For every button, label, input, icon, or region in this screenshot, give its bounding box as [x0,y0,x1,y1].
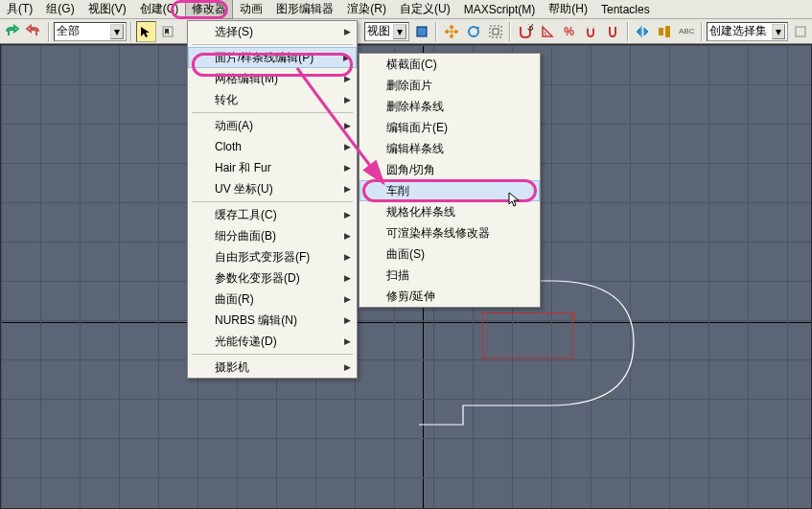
menu-item-animation[interactable]: 动画(A)▶ [188,115,357,136]
menu-item-camera[interactable]: 摄影机▶ [188,357,357,378]
mirror-icon[interactable] [633,21,653,42]
submenu-item-renderable-spline[interactable]: 可渲染样条线修改器 [360,222,540,243]
submenu-arrow-icon: ▶ [344,121,351,130]
submenu-arrow-icon: ▶ [344,27,351,36]
percent-snap-icon[interactable]: % [559,21,579,42]
submenu-item-surface[interactable]: 曲面(S) [360,243,540,265]
rotate-icon[interactable] [463,21,483,42]
submenu-item-cross-section[interactable]: 横截面(C) [360,54,540,75]
menu-item-hairfur[interactable]: Hair 和 Fur▶ [188,157,357,178]
menu-customize[interactable]: 自定义(U) [393,0,457,19]
select-box-icon[interactable] [411,21,431,42]
svg-rect-4 [490,26,501,37]
transform-gizmo: x [482,312,573,359]
submenu-arrow-icon: ▶ [344,210,351,220]
menu-item-uv[interactable]: UV 坐标(U)▶ [188,178,357,199]
submenu-arrow-icon: ▶ [344,273,351,283]
svg-rect-1 [417,27,427,36]
view-dropdown[interactable]: 视图 ▾ [364,22,410,41]
create-set-label: 创建选择集 [709,23,767,39]
menu-item-param-deform[interactable]: 参数化变形器(D)▶ [188,267,357,289]
select-arrow-icon[interactable] [136,21,156,42]
angle-snap-icon[interactable] [537,21,557,42]
modifiers-menu: 选择(S)▶ 面片/样条线编辑(P)▶ 网格编辑(M)▶ 转化▶ 动画(A)▶ … [187,20,358,379]
svg-rect-9 [665,26,670,37]
dropdown-arrow-icon: ▾ [110,24,124,39]
menu-tentacles[interactable]: Tentacles [594,1,657,18]
mouse-cursor-icon [508,192,523,207]
submenu-arrow-icon: ▶ [344,95,351,104]
redo-icon[interactable] [24,21,44,42]
submenu-arrow-icon: ▶ [343,53,350,62]
scope-dropdown[interactable]: 全部 ▾ [54,22,127,41]
scale-icon[interactable] [485,21,505,42]
main-toolbar: 全部 ▾ 视图 ▾ 3 % ABC 创建选择集 ▾ [0,19,812,44]
menu-item-subdiv[interactable]: 细分曲面(B)▶ [188,225,357,246]
menu-grapheditor[interactable]: 图形编辑器 [269,0,340,19]
extra-icon[interactable] [790,21,810,42]
gizmo-x-label: x [570,311,575,321]
move-icon[interactable] [441,21,461,42]
menu-help[interactable]: 帮助(H) [542,0,594,19]
submenu-arrow-icon: ▶ [344,184,351,194]
menu-item-radiosity[interactable]: 光能传递(D)▶ [188,331,357,352]
submenu-item-trim-extend[interactable]: 修剪/延伸 [360,286,540,307]
undo-icon[interactable] [2,21,22,42]
menu-render[interactable]: 渲染(R) [340,0,393,19]
submenu-arrow-icon: ▶ [344,336,351,346]
menu-view[interactable]: 视图(V) [81,0,133,19]
submenu-item-edit-patch[interactable]: 编辑面片(E) [360,117,540,138]
menu-item-convert[interactable]: 转化▶ [188,89,357,110]
submenu-arrow-icon: ▶ [344,231,351,241]
menu-maxscript[interactable]: MAXScript(M) [457,1,543,18]
submenu-item-sweep[interactable]: 扫描 [360,265,540,286]
menu-item-surface[interactable]: 曲面(R)▶ [188,289,357,310]
svg-rect-10 [796,27,805,36]
submenu-arrow-icon: ▶ [344,315,351,325]
menu-item-cache[interactable]: 缓存工具(C)▶ [188,204,357,225]
submenu-arrow-icon: ▶ [344,362,351,372]
dropdown-arrow-icon: ▾ [393,24,406,39]
dropdown-arrow-icon: ▾ [772,24,785,39]
submenu-item-delete-spline[interactable]: 删除样条线 [360,96,540,117]
snap-3-icon[interactable]: 3 [515,21,535,42]
menu-item-selection[interactable]: 选择(S)▶ [188,21,357,42]
magnet-2-icon[interactable] [603,21,623,42]
menu-tools[interactable]: 具(T) [0,0,39,19]
svg-rect-6 [587,27,589,29]
svg-rect-8 [659,28,663,35]
submenu-arrow-icon: ▶ [344,74,351,83]
menu-item-ffd[interactable]: 自由形式变形器(F)▶ [188,246,357,267]
submenu-arrow-icon: ▶ [344,252,351,262]
selection-set-dropdown[interactable]: 创建选择集 ▾ [707,22,789,41]
menu-animation[interactable]: 动画 [233,0,269,19]
svg-rect-3 [493,29,499,35]
menu-item-patch-spline-edit[interactable]: 面片/样条线编辑(P)▶ [188,47,357,68]
submenu-arrow-icon: ▶ [344,142,351,151]
text-abc-icon[interactable]: ABC [677,21,697,42]
align-icon[interactable] [655,21,675,42]
axis-x [1,322,811,323]
svg-rect-7 [592,27,594,29]
menu-modifiers[interactable]: 修改器 [185,0,233,19]
menu-group[interactable]: 组(G) [39,0,81,19]
menu-item-nurbs[interactable]: NURBS 编辑(N)▶ [188,310,357,331]
svg-point-2 [469,27,478,36]
menubar: 具(T) 组(G) 视图(V) 创建(C) 修改器 动画 图形编辑器 渲染(R)… [0,0,812,19]
submenu-arrow-icon: ▶ [344,163,351,173]
svg-text:3: 3 [527,24,533,34]
submenu-arrow-icon: ▶ [344,294,351,304]
submenu-item-delete-patch[interactable]: 删除面片 [360,75,540,96]
menu-item-cloth[interactable]: Cloth▶ [188,136,357,157]
menu-create[interactable]: 创建(C) [133,0,186,19]
select-name-icon[interactable] [158,21,178,42]
view-label: 视图 [367,23,390,39]
submenu-item-fillet-chamfer[interactable]: 圆角/切角 [360,159,540,180]
magnet-1-icon[interactable] [581,21,601,42]
menu-item-mesh-edit[interactable]: 网格编辑(M)▶ [188,68,357,89]
patch-spline-submenu: 横截面(C) 删除面片 删除样条线 编辑面片(E) 编辑样条线 圆角/切角 车削… [359,53,541,308]
submenu-item-edit-spline[interactable]: 编辑样条线 [360,138,540,159]
scope-label: 全部 [57,23,80,39]
